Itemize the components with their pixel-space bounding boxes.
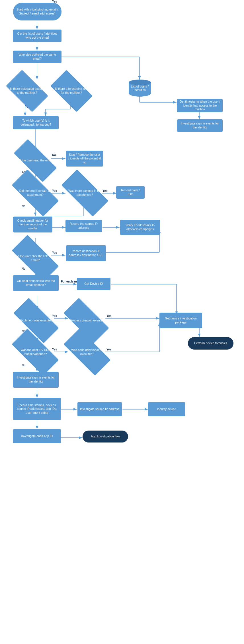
get-device-id-node: Get Device ID (77, 278, 110, 290)
perform-forensics-node: Perform device forensics (188, 337, 233, 350)
process-creation-diamond: Process creation event? (65, 310, 108, 331)
was-code-downloaded-diamond: Was code downloaded / executed? (65, 341, 109, 363)
check-email-header-node: Check email header for the true source o… (13, 217, 52, 232)
record-timestamps-node: Record time stamps, devices, source IP a… (13, 398, 61, 420)
delegated-access-diamond: Is there delegated access to the mailbox… (9, 80, 46, 102)
no-label-dest-ip: No (22, 364, 25, 367)
did-user-read-diamond: Did the user read the email? (15, 151, 56, 171)
record-hash-node: Record hash / IOC (116, 186, 145, 199)
did-user-click-diamond: Did the user click the link in the email… (13, 247, 58, 269)
attachment-executed-diamond: Attachment was executed? (15, 310, 58, 331)
record-dest-ip-node: Record destination IP address / destinat… (66, 245, 106, 261)
stop-remove-node: Stop / Remove the user / identity off th… (66, 151, 103, 167)
get-timestamp-node: Get timestamp when the user / identity h… (177, 99, 223, 112)
identify-device-node: Identify device (148, 402, 185, 416)
investigate-app-id-node: Investigate each App ID (13, 429, 61, 443)
record-source-ip-node: Record the source IP address (65, 220, 102, 232)
did-email-attachment-diamond: Did the email contain an attachment? (13, 182, 58, 204)
forwarding-rule-diamond: Is there a forwarding rule for the mailb… (53, 80, 90, 102)
was-payload-diamond: Was there payload in the attachment? (63, 182, 107, 204)
flowchart-diagram: Yes Yes No Yes Yes No Yes No Yes Yes No … (0, 0, 244, 644)
on-what-endpoint-node: On what endpoint(s) was the email opened… (13, 275, 59, 291)
investigate-signin-2-node: Investigate sign-in events for the ident… (13, 372, 59, 388)
no-label-attachment: No (22, 205, 25, 208)
was-dest-ip-diamond: Was the dest IP / URL touched/opened? (13, 341, 58, 363)
app-investigation-flow-node: App Investigation flow (83, 431, 128, 443)
investigate-source-ip-node: Investigate source IP address (77, 402, 122, 416)
get-device-package-node: Get device investigation package (159, 313, 202, 328)
list-identities-cylinder: List of users / identities (129, 80, 151, 97)
start-node: Start with initial phishing email / Subj… (13, 3, 61, 20)
who-else-node: Who else got/read the same email? (13, 51, 61, 63)
investigate-signin-1-node: Investigate sign-in events for the ident… (177, 119, 223, 132)
verify-ip-node: Verify IP addresses to attackers/campaig… (120, 220, 160, 235)
to-which-users-node: To which user(s) is it delegated / forwa… (13, 116, 59, 129)
get-list-node: Get the list of users / identities who g… (13, 30, 61, 42)
